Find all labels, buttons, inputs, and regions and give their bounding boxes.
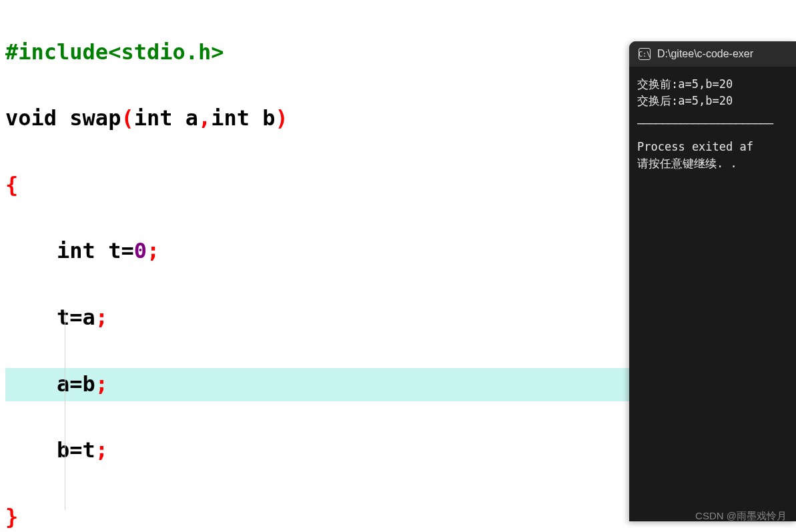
output-line: 交换后:a=5,b=20 bbox=[637, 93, 788, 109]
output-line: Process exited af bbox=[637, 139, 788, 155]
terminal-icon: C:\ bbox=[639, 48, 651, 60]
console-output[interactable]: 交换前:a=5,b=20 交换后:a=5,b=20 ——————————————… bbox=[629, 67, 796, 181]
output-line: 请按任意键继续. . bbox=[637, 155, 788, 172]
console-title: D:\gitee\c-code-exer bbox=[657, 48, 753, 60]
console-window[interactable]: C:\ D:\gitee\c-code-exer 交换前:a=5,b=20 交换… bbox=[629, 41, 796, 521]
watermark: CSDN @雨墨戏怜月 bbox=[695, 510, 787, 523]
output-divider: —————————————————————— bbox=[637, 115, 788, 132]
console-titlebar[interactable]: C:\ D:\gitee\c-code-exer bbox=[629, 41, 796, 67]
output-line: 交换前:a=5,b=20 bbox=[637, 76, 788, 93]
preprocessor: #include bbox=[5, 39, 108, 65]
header-include: <stdio.h> bbox=[108, 39, 224, 65]
indent-guide bbox=[65, 310, 65, 510]
